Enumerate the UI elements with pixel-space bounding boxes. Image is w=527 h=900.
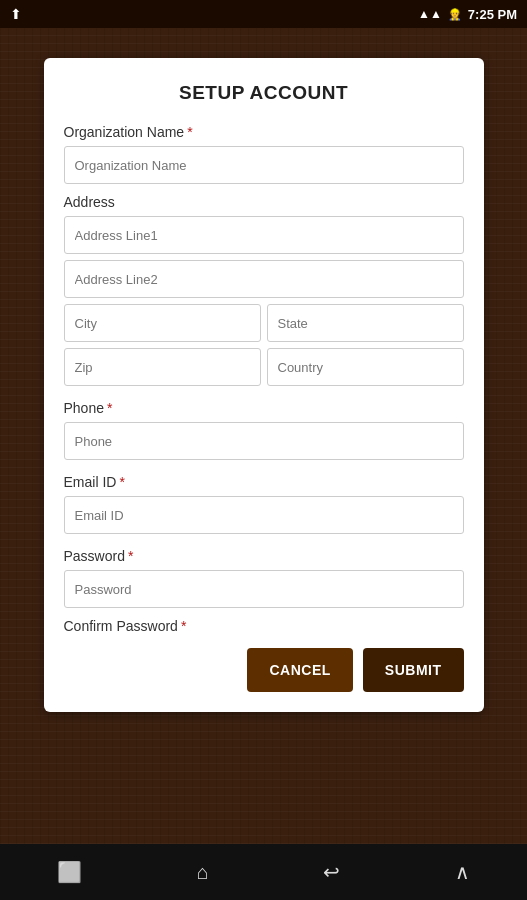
city-input[interactable] xyxy=(64,304,261,342)
address-line1-input[interactable] xyxy=(64,216,464,254)
email-input[interactable] xyxy=(64,496,464,534)
address-label: Address xyxy=(64,194,464,210)
password-input[interactable] xyxy=(64,570,464,608)
confirm-password-required: * xyxy=(181,618,186,634)
status-bar-right: ▲▲ 👷 7:25 PM xyxy=(418,7,517,22)
main-content: SETUP ACCOUNT Organization Name* Address… xyxy=(0,28,527,844)
confirm-password-label: Confirm Password* xyxy=(64,618,464,634)
recent-apps-icon[interactable]: ⬜ xyxy=(57,860,82,884)
status-bar-left: ⬆ xyxy=(10,6,22,22)
org-name-label: Organization Name* xyxy=(64,124,464,140)
org-name-input[interactable] xyxy=(64,146,464,184)
confirm-password-section: Confirm Password* xyxy=(64,618,464,634)
button-row: CANCEL SUBMIT xyxy=(64,648,464,692)
setup-card: SETUP ACCOUNT Organization Name* Address… xyxy=(44,58,484,712)
password-required: * xyxy=(128,548,133,564)
zip-input[interactable] xyxy=(64,348,261,386)
state-input[interactable] xyxy=(267,304,464,342)
status-bar: ⬆ ▲▲ 👷 7:25 PM xyxy=(0,0,527,28)
email-section: Email ID* xyxy=(64,474,464,540)
email-required: * xyxy=(119,474,124,490)
phone-input[interactable] xyxy=(64,422,464,460)
signal-icon: 👷 xyxy=(448,8,462,21)
phone-section: Phone* xyxy=(64,400,464,466)
address-line2-input[interactable] xyxy=(64,260,464,298)
nav-bar: ⬜ ⌂ ↩ ∧ xyxy=(0,844,527,900)
submit-button[interactable]: SUBMIT xyxy=(363,648,464,692)
card-title: SETUP ACCOUNT xyxy=(64,82,464,104)
city-state-row xyxy=(64,304,464,348)
country-input[interactable] xyxy=(267,348,464,386)
back-icon[interactable]: ↩ xyxy=(323,860,340,884)
cancel-button[interactable]: CANCEL xyxy=(247,648,352,692)
usb-icon: ⬆ xyxy=(10,6,22,22)
zip-country-row xyxy=(64,348,464,392)
phone-required: * xyxy=(107,400,112,416)
wifi-icon: ▲▲ xyxy=(418,7,442,21)
email-label: Email ID* xyxy=(64,474,464,490)
home-icon[interactable]: ⌂ xyxy=(197,861,209,884)
up-icon[interactable]: ∧ xyxy=(455,860,470,884)
password-label: Password* xyxy=(64,548,464,564)
password-section: Password* xyxy=(64,548,464,614)
address-section: Address xyxy=(64,194,464,392)
org-name-required: * xyxy=(187,124,192,140)
phone-label: Phone* xyxy=(64,400,464,416)
status-time: 7:25 PM xyxy=(468,7,517,22)
